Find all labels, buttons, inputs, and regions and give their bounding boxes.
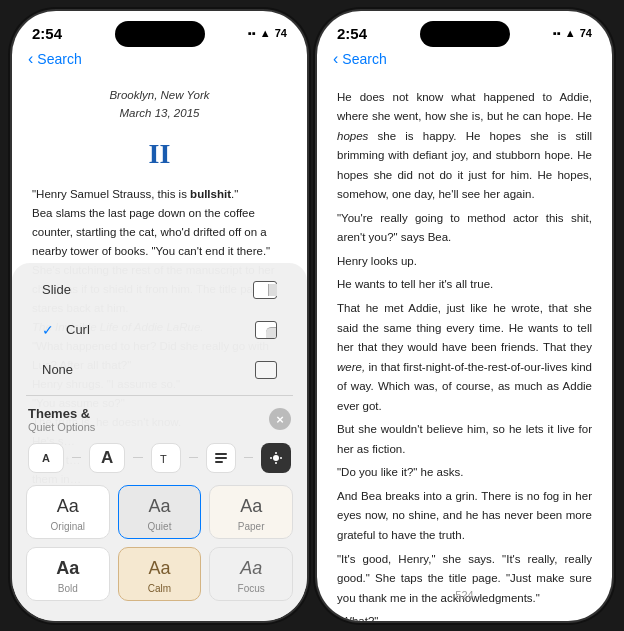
chapter-number: II (32, 132, 287, 177)
right-phone: 2:54 ▪▪ ▲ 74 ‹ Search He does not know w… (317, 11, 612, 621)
overlay-panel: Slide ✓ Curl (12, 263, 307, 621)
quiet-options-label: Quiet Options (28, 421, 95, 433)
svg-text:T: T (160, 453, 167, 465)
theme-paper-label: Paper (238, 521, 265, 532)
theme-focus-sample: Aa (240, 558, 262, 579)
curl-icon (249, 319, 277, 341)
font-sep-1 (72, 457, 81, 458)
themes-header: Themes & Quiet Options × (12, 398, 307, 437)
theme-original-sample: Aa (57, 496, 79, 517)
theme-quiet-label: Quiet (148, 521, 172, 532)
right-phone-content: ‹ Search He does not know what happened … (317, 46, 612, 621)
theme-calm-sample: Aa (148, 558, 170, 579)
theme-bold-label: Bold (58, 583, 78, 594)
brightness-icon (269, 451, 283, 465)
close-panel-button[interactable]: × (269, 408, 291, 430)
themes-title: Themes & (28, 406, 95, 421)
transition-section: Slide ✓ Curl (12, 263, 307, 393)
font-size-row: A A T (12, 437, 307, 479)
right-para-10: "What?" (337, 612, 592, 620)
status-icons-right: ▪▪ ▲ 74 (553, 27, 592, 39)
theme-quiet-sample: Aa (148, 496, 170, 517)
status-icons-left: ▪▪ ▲ 74 (248, 27, 287, 39)
divider-1 (26, 395, 293, 396)
right-book-content: He does not know what happened to Addie,… (317, 76, 612, 621)
theme-bold[interactable]: Aa Bold (26, 547, 110, 601)
time-right: 2:54 (337, 25, 367, 42)
back-chevron-icon: ‹ (28, 50, 33, 68)
font-increase-button[interactable]: A (89, 443, 125, 473)
transition-curl[interactable]: ✓ Curl (28, 311, 291, 349)
back-label-right[interactable]: Search (342, 51, 386, 67)
theme-original[interactable]: Aa Original (26, 485, 110, 539)
signal-icon-right: ▪▪ (553, 27, 561, 39)
none-icon (249, 359, 277, 381)
theme-original-label: Original (51, 521, 85, 532)
dynamic-island-right (420, 21, 510, 47)
wifi-icon-right: ▲ (565, 27, 576, 39)
right-para-4: He wants to tell her it's all true. (337, 275, 592, 295)
signal-icon: ▪▪ (248, 27, 256, 39)
theme-paper-sample: Aa (240, 496, 262, 517)
svg-point-4 (273, 455, 279, 461)
curl-label: Curl (66, 322, 90, 337)
battery-left: 74 (275, 27, 287, 39)
font-style-button[interactable]: T (151, 443, 181, 473)
font-decrease-button[interactable]: A (28, 443, 64, 473)
back-label-left[interactable]: Search (37, 51, 81, 67)
page-number: 524 (455, 589, 473, 601)
transition-slide[interactable]: Slide (28, 271, 291, 309)
dynamic-island-left (115, 21, 205, 47)
battery-right: 74 (580, 27, 592, 39)
font-sep-4 (244, 457, 253, 458)
svg-rect-3 (215, 461, 223, 463)
left-phone: 2:54 ▪▪ ▲ 74 ‹ Search Brooklyn, New York… (12, 11, 307, 621)
right-para-6: But she wouldn't believe him, so he lets… (337, 420, 592, 459)
right-para-5: That he met Addie, just like he wrote, t… (337, 299, 592, 416)
svg-rect-1 (215, 453, 227, 455)
transition-none[interactable]: None (28, 351, 291, 389)
right-para-2: "You're really going to method actor thi… (337, 209, 592, 248)
layout-button[interactable] (206, 443, 236, 473)
font-sep-2 (133, 457, 142, 458)
slide-label: Slide (42, 282, 71, 297)
book-header: Brooklyn, New YorkMarch 13, 2015 (32, 86, 287, 123)
theme-focus[interactable]: Aa Focus (209, 547, 293, 601)
svg-rect-2 (215, 457, 227, 459)
right-para-8: And Bea breaks into a grin. There is no … (337, 487, 592, 546)
phones-container: 2:54 ▪▪ ▲ 74 ‹ Search Brooklyn, New York… (2, 1, 622, 631)
theme-quiet[interactable]: Aa Quiet (118, 485, 202, 539)
theme-focus-label: Focus (238, 583, 265, 594)
themes-title-group: Themes & Quiet Options (28, 406, 95, 433)
left-phone-content: ‹ Search Brooklyn, New YorkMarch 13, 201… (12, 46, 307, 518)
right-nav-bar[interactable]: ‹ Search (317, 46, 612, 76)
checkmark-icon: ✓ (42, 322, 54, 338)
layout-icon (214, 451, 228, 465)
transition-list: Slide ✓ Curl (28, 271, 291, 389)
time-left: 2:54 (32, 25, 62, 42)
brightness-button[interactable] (261, 443, 291, 473)
right-para-7: "Do you like it?" he asks. (337, 463, 592, 483)
back-chevron-icon-right: ‹ (333, 50, 338, 68)
right-para-1: He does not know what happened to Addie,… (337, 88, 592, 205)
theme-calm-label: Calm (148, 583, 171, 594)
theme-paper[interactable]: Aa Paper (209, 485, 293, 539)
left-nav-bar[interactable]: ‹ Search (12, 46, 307, 76)
themes-grid: Aa Original Aa Quiet Aa Paper Aa Bold (12, 479, 307, 611)
theme-bold-sample: Aa (56, 558, 79, 579)
font-sep-3 (189, 457, 198, 458)
text-format-icon: T (159, 451, 173, 465)
right-para-3: Henry looks up. (337, 252, 592, 272)
wifi-icon: ▲ (260, 27, 271, 39)
theme-calm[interactable]: Aa Calm (118, 547, 202, 601)
slide-icon (249, 279, 277, 301)
none-label: None (42, 362, 73, 377)
